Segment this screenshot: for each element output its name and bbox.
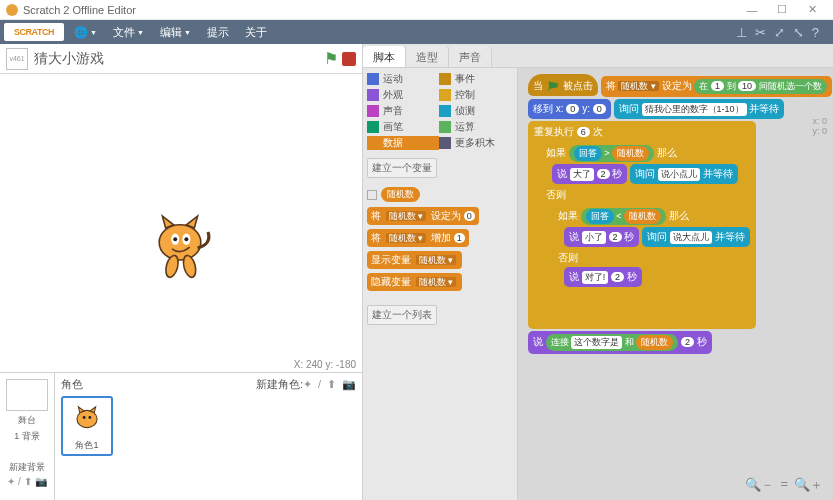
category-more[interactable]: 更多积木: [439, 136, 511, 150]
stop-button[interactable]: [342, 52, 356, 66]
flag-icon: [548, 81, 558, 91]
green-flag-button[interactable]: ⚑: [324, 49, 338, 68]
script-workspace[interactable]: x: 0y: 0 当 被点击 将 随机数 ▾ 设定为 在 1 到 10 间随机选…: [518, 68, 833, 500]
variable-row[interactable]: 随机数: [367, 187, 513, 202]
svg-point-5: [164, 254, 181, 279]
sprite-paint-icon[interactable]: /: [318, 378, 321, 391]
variable-reporter[interactable]: 随机数: [381, 187, 420, 202]
svg-point-6: [181, 254, 198, 279]
stamp-icon[interactable]: ⊥: [736, 25, 747, 40]
menu-file[interactable]: 文件▼: [107, 25, 150, 40]
script-stack[interactable]: 当 被点击 将 随机数 ▾ 设定为 在 1 到 10 间随机选一个数 移到 x:…: [528, 74, 833, 356]
stage[interactable]: X: 240 y: -180: [0, 74, 362, 372]
block-answer[interactable]: 回答: [586, 209, 614, 224]
sprite-upload-icon[interactable]: ⬆: [327, 378, 336, 391]
block-set-var[interactable]: 将 随机数 ▾ 设定为 在 1 到 10 间随机选一个数: [601, 76, 832, 97]
minimize-button[interactable]: —: [737, 4, 767, 16]
category-motion[interactable]: 运动: [367, 72, 439, 86]
zoom-in-icon[interactable]: 🔍＋: [794, 476, 823, 494]
block-say-small[interactable]: 说 小了 2 秒: [564, 227, 639, 247]
window-title: Scratch 2 Offline Editor: [23, 4, 136, 16]
palette-set-block[interactable]: 将 随机数 ▾ 设定为 0: [367, 207, 479, 225]
block-lt[interactable]: 回答 < 随机数: [581, 208, 666, 225]
menu-bar: SCRATCH 🌐▼ 文件▼ 编辑▼ 提示 关于 ⊥ ✂ ⤢ ⤡ ?: [0, 20, 833, 44]
backdrop-library-icon[interactable]: ✦: [7, 476, 15, 487]
tab-scripts[interactable]: 脚本: [363, 46, 406, 67]
zoom-out-icon[interactable]: 🔍－: [745, 476, 774, 494]
help-icon[interactable]: ?: [812, 25, 819, 40]
category-looks[interactable]: 外观: [367, 88, 439, 102]
tab-sounds[interactable]: 声音: [449, 46, 492, 67]
palette-hide-block[interactable]: 隐藏变量 随机数 ▾: [367, 273, 462, 291]
zoom-controls: 🔍－ = 🔍＋: [745, 476, 823, 494]
svg-point-2: [173, 237, 177, 241]
palette-change-block[interactable]: 将 随机数 ▾ 增加 1: [367, 229, 469, 247]
make-variable-button[interactable]: 建立一个变量: [367, 158, 437, 178]
menu-edit[interactable]: 编辑▼: [154, 25, 197, 40]
cut-icon[interactable]: ✂: [755, 25, 766, 40]
category-sensing[interactable]: 侦测: [439, 104, 511, 118]
category-control[interactable]: 控制: [439, 88, 511, 102]
block-pick-random[interactable]: 在 1 到 10 间随机选一个数: [694, 79, 826, 94]
category-operators[interactable]: 运算: [439, 120, 511, 134]
category-data[interactable]: 数据: [367, 136, 439, 150]
block-if-else-gt[interactable]: 如果 回答 > 随机数 那么 说 大了 2 秒 询问 说小点儿 并等待 否则: [540, 141, 754, 315]
block-var[interactable]: 随机数: [636, 335, 673, 350]
block-ask[interactable]: 询问 猜我心里的数字（1-10） 并等待: [614, 99, 785, 119]
sprite-thumbnail[interactable]: 角色1: [61, 396, 113, 456]
menu-about[interactable]: 关于: [239, 25, 273, 40]
tab-costumes[interactable]: 造型: [406, 46, 449, 67]
block-say-right[interactable]: 说 对了! 2 秒: [564, 267, 642, 287]
menu-tips[interactable]: 提示: [201, 25, 235, 40]
stage-header: v461 猜大小游戏 ⚑: [0, 44, 362, 74]
make-list-button[interactable]: 建立一个列表: [367, 305, 437, 325]
svg-point-0: [159, 225, 201, 260]
block-join[interactable]: 连接 这个数字是 和 随机数: [546, 334, 679, 351]
category-pen[interactable]: 画笔: [367, 120, 439, 134]
backdrop-count: 1 背景: [14, 430, 40, 443]
category-events[interactable]: 事件: [439, 72, 511, 86]
sprite-name: 角色1: [75, 439, 98, 452]
sprite-on-stage[interactable]: [140, 204, 220, 284]
maximize-button[interactable]: ☐: [767, 3, 797, 16]
language-menu[interactable]: 🌐▼: [68, 26, 103, 39]
new-sprite-label: 新建角色:: [256, 377, 303, 392]
scratch-logo: SCRATCH: [4, 23, 64, 41]
block-var[interactable]: 随机数: [612, 146, 649, 161]
close-button[interactable]: ✕: [797, 3, 827, 16]
mouse-coords: X: 240 y: -180: [294, 359, 356, 370]
project-title[interactable]: 猜大小游戏: [34, 50, 104, 68]
editor-tabs: 脚本 造型 声音: [363, 44, 833, 68]
block-when-flag[interactable]: 当 被点击: [528, 74, 598, 96]
backdrop-camera-icon[interactable]: 📷: [35, 476, 47, 487]
variable-checkbox[interactable]: [367, 190, 377, 200]
sprites-header: 角色: [61, 377, 83, 392]
stage-label: 舞台: [18, 414, 36, 427]
block-gt[interactable]: 回答 > 随机数: [569, 145, 654, 162]
zoom-reset-icon[interactable]: =: [780, 476, 788, 494]
fullscreen-button[interactable]: v461: [6, 48, 28, 70]
sprite-library-icon[interactable]: ✦: [303, 378, 312, 391]
block-ask-big[interactable]: 询问 说大点儿 并等待: [642, 227, 750, 247]
shrink-icon[interactable]: ⤡: [793, 25, 804, 40]
block-goto-xy[interactable]: 移到 x: 0 y: 0: [528, 99, 611, 119]
category-sound[interactable]: 声音: [367, 104, 439, 118]
block-ask-small[interactable]: 询问 说小点儿 并等待: [630, 164, 738, 184]
backdrop-paint-icon[interactable]: /: [18, 476, 21, 487]
toolbar-tools: ⊥ ✂ ⤢ ⤡ ?: [736, 25, 829, 40]
block-answer[interactable]: 回答: [574, 146, 602, 161]
block-repeat[interactable]: 重复执行 6 次 如果 回答 > 随机数 那么 说 大了 2 秒 询问: [528, 121, 756, 329]
block-say-big[interactable]: 说 大了 2 秒: [552, 164, 627, 184]
block-var[interactable]: 随机数: [624, 209, 661, 224]
backdrop-panel: 舞台 1 背景 新建背景 ✦ / ⬆ 📷: [0, 373, 55, 500]
sprite-camera-icon[interactable]: 📷: [342, 378, 356, 391]
backdrop-thumbnail[interactable]: [6, 379, 48, 411]
grow-icon[interactable]: ⤢: [774, 25, 785, 40]
block-if-else-lt[interactable]: 如果 回答 < 随机数 那么 说 小了 2 秒 询问 说大点儿 并等待: [552, 204, 752, 301]
svg-point-8: [83, 416, 86, 419]
block-say-join[interactable]: 说 连接 这个数字是 和 随机数 2 秒: [528, 331, 712, 354]
palette-show-block[interactable]: 显示变量 随机数 ▾: [367, 251, 462, 269]
block-palette: 运动 事件 外观 控制 声音 侦测 画笔 运算 数据 更多积木 建立一个变量 随…: [363, 68, 518, 500]
backdrop-upload-icon[interactable]: ⬆: [24, 476, 32, 487]
app-icon: [6, 4, 18, 16]
